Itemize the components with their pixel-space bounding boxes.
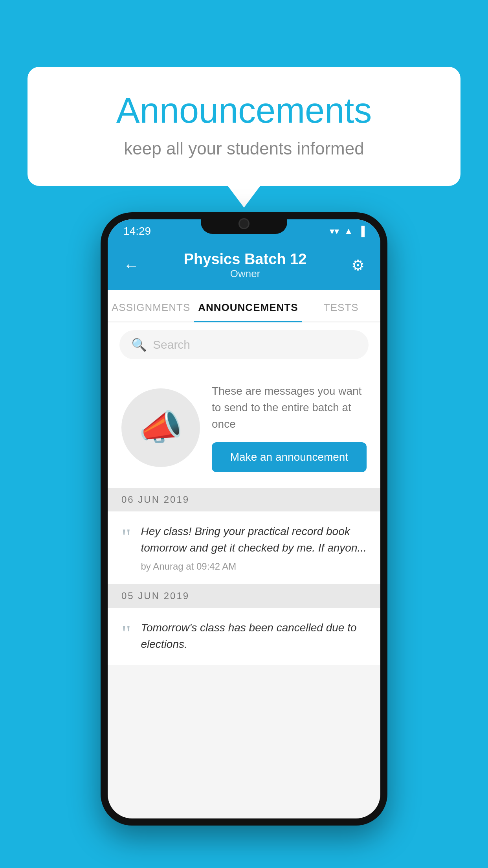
announcement-content-2: Tomorrow's class has been cancelled due … [141,620,367,657]
quote-icon-1: " [121,525,131,549]
phone-screen: 14:29 ▾▾ ▲ ▐ ← Physics Batch 12 Owner ⚙ [108,219,380,818]
announcement-content-1: Hey class! Bring your practical record b… [141,523,367,572]
signal-icon: ▲ [344,226,353,237]
promo-description: These are messages you want to send to t… [212,383,367,432]
search-container: 🔍 Search [108,322,380,367]
header-subtitle: Owner [184,268,307,280]
tab-assignments[interactable]: ASSIGNMENTS [108,290,194,322]
announcement-text-1: Hey class! Bring your practical record b… [141,523,367,556]
status-icons: ▾▾ ▲ ▐ [330,226,365,237]
search-bar[interactable]: 🔍 Search [119,330,369,359]
speech-bubble-title: Announcements [59,90,429,131]
promo-content: These are messages you want to send to t… [212,383,367,472]
announcement-text-2: Tomorrow's class has been cancelled due … [141,620,367,653]
phone-notch [201,212,287,234]
date-separator-2: 05 JUN 2019 [108,584,380,608]
promo-section: 📣 These are messages you want to send to… [108,367,380,488]
app-header: ← Physics Batch 12 Owner ⚙ [108,243,380,290]
announcement-icon-circle: 📣 [121,388,200,467]
speech-bubble-subtitle: keep all your students informed [59,139,429,158]
header-title-group: Physics Batch 12 Owner [184,251,307,280]
battery-icon: ▐ [358,226,365,237]
megaphone-icon: 📣 [139,407,183,448]
announcement-item-2[interactable]: " Tomorrow's class has been cancelled du… [108,608,380,665]
search-placeholder: Search [153,338,190,351]
make-announcement-button[interactable]: Make an announcement [212,442,367,472]
search-icon: 🔍 [131,337,147,352]
announcement-meta-1: by Anurag at 09:42 AM [141,561,367,572]
wifi-icon: ▾▾ [330,226,339,237]
settings-icon[interactable]: ⚙ [351,257,365,274]
tab-announcements[interactable]: ANNOUNCEMENTS [194,290,302,322]
speech-bubble: Announcements keep all your students inf… [28,67,460,186]
phone-mockup: 14:29 ▾▾ ▲ ▐ ← Physics Batch 12 Owner ⚙ [101,212,387,826]
quote-icon-2: " [121,622,131,645]
status-time: 14:29 [123,225,151,237]
phone-body: 14:29 ▾▾ ▲ ▐ ← Physics Batch 12 Owner ⚙ [101,212,387,826]
back-button[interactable]: ← [123,257,139,274]
announcement-item-1[interactable]: " Hey class! Bring your practical record… [108,511,380,584]
tabs-bar: ASSIGNMENTS ANNOUNCEMENTS TESTS [108,290,380,322]
header-title: Physics Batch 12 [184,251,307,268]
date-separator-1: 06 JUN 2019 [108,488,380,511]
phone-camera [238,218,250,229]
speech-bubble-section: Announcements keep all your students inf… [28,67,460,186]
tab-tests[interactable]: TESTS [302,290,380,322]
